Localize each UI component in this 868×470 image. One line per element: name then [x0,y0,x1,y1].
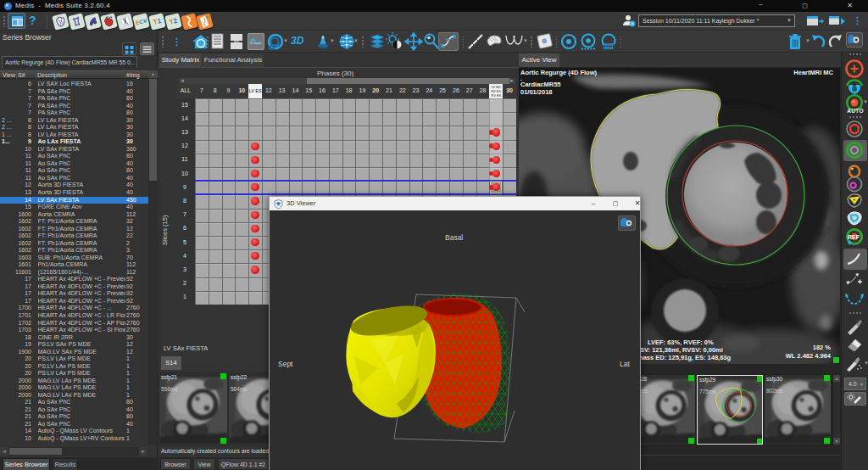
svg-text:REF: REF [848,234,860,240]
